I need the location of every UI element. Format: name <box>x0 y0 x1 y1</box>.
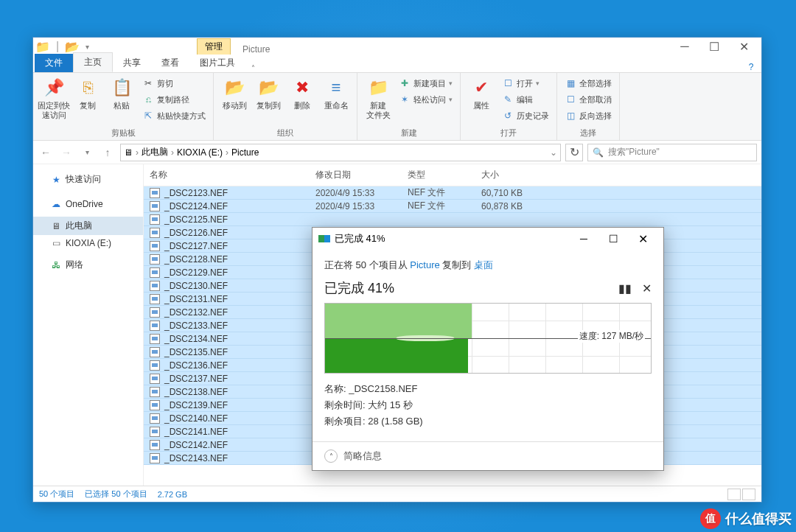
crumb-folder[interactable]: Picture <box>231 147 259 158</box>
cut-button[interactable]: ✂剪切 <box>139 76 209 91</box>
moveto-button[interactable]: 📂移动到 <box>218 76 251 111</box>
chevron-up-icon[interactable]: ˄ <box>324 449 338 463</box>
selectnone-button[interactable]: ☐全部取消 <box>562 92 615 107</box>
address-dropdown-icon[interactable]: ⌄ <box>550 147 557 158</box>
file-icon <box>150 241 160 251</box>
pin-button[interactable]: 📌固定到快 速访问 <box>38 76 70 120</box>
copy-close-button[interactable]: ✕ <box>628 228 657 250</box>
file-icon <box>150 334 160 344</box>
delete-button[interactable]: ✖删除 <box>286 76 318 111</box>
nav-onedrive[interactable]: ☁OneDrive <box>33 196 143 212</box>
maximize-button[interactable]: ☐ <box>699 38 729 55</box>
open-button[interactable]: ☐打开 ▾ <box>499 76 552 91</box>
edit-button[interactable]: ✎编辑 <box>499 92 552 107</box>
address-bar[interactable]: 🖥 › 此电脑 › KIOXIA (E:) › Picture ⌄ <box>120 144 561 161</box>
newitem-button[interactable]: ✚新建项目 ▾ <box>396 76 455 91</box>
pc-icon: 🖥 <box>124 147 133 158</box>
nav-row: ← → ▾ ↑ 🖥 › 此电脑 › KIOXIA (E:) › Picture … <box>33 141 761 164</box>
context-tab-manage[interactable]: 管理 <box>197 38 231 55</box>
tab-share[interactable]: 共享 <box>113 54 151 72</box>
qat-dropdown-icon[interactable]: ▾ <box>80 40 94 53</box>
copy-button[interactable]: ⎘复制 <box>71 76 104 111</box>
file-icon <box>150 267 160 278</box>
file-row[interactable]: _DSC2125.NEF <box>144 213 761 226</box>
pause-button[interactable]: ▮▮ <box>618 281 632 295</box>
group-select-label: 选择 <box>562 126 615 139</box>
status-selected: 已选择 50 个项目 <box>85 489 147 500</box>
ribbon-collapse-icon[interactable]: ˄ <box>245 64 260 72</box>
cloud-icon: ☁ <box>51 199 61 209</box>
col-name[interactable]: 名称 <box>144 164 310 186</box>
help-icon[interactable]: ? <box>741 62 761 72</box>
col-type[interactable]: 类型 <box>402 164 475 186</box>
newfolder-icon: 📁 <box>366 76 390 99</box>
list-header: 名称 修改日期 类型 大小 <box>144 164 761 186</box>
crumb-drive[interactable]: KIOXIA (E:) <box>177 147 223 158</box>
group-open-label: 打开 <box>465 126 552 139</box>
tab-file[interactable]: 文件 <box>35 54 73 72</box>
up-button[interactable]: ↑ <box>100 144 116 161</box>
copyto-button[interactable]: 📂复制到 <box>252 76 284 111</box>
view-icons-button[interactable] <box>742 489 755 500</box>
copy-footer: ˄ 简略信息 <box>313 441 663 470</box>
properties-button[interactable]: ✔属性 <box>465 76 498 111</box>
file-icon <box>150 400 160 410</box>
ribbon: 📌固定到快 速访问 ⎘复制 📋粘贴 ✂剪切 ⎌复制路径 ⇱粘贴快捷方式 剪贴板 … <box>33 73 761 141</box>
nav-drive[interactable]: ▭KIOXIA (E:) <box>33 235 143 251</box>
copy-titlebar: 已完成 41% ─ ☐ ✕ <box>313 228 663 250</box>
crumb-thispc[interactable]: 此电脑 <box>142 146 168 158</box>
file-name: _DSC2131.NEF <box>164 294 228 304</box>
copy-dest-link[interactable]: 桌面 <box>474 259 493 270</box>
copypath-button[interactable]: ⎌复制路径 <box>139 92 209 107</box>
newitem-icon: ✚ <box>399 77 411 89</box>
search-input[interactable]: 🔍 搜索"Picture" <box>587 144 757 161</box>
col-date[interactable]: 修改日期 <box>310 164 402 186</box>
nav-network[interactable]: 🖧网络 <box>33 256 143 274</box>
file-icon <box>150 188 160 198</box>
close-button[interactable]: ✕ <box>729 38 758 55</box>
copy-src-link[interactable]: Picture <box>410 259 439 270</box>
copy-details: 名称: _DSC2158.NEF 剩余时间: 大约 15 秒 剩余项目: 28 … <box>324 381 652 430</box>
recent-dropdown[interactable]: ▾ <box>79 144 95 161</box>
copy-graph: 速度: 127 MB/秒 <box>324 303 652 374</box>
file-icon <box>150 387 160 397</box>
selectall-button[interactable]: ▦全部选择 <box>562 76 615 91</box>
back-button[interactable]: ← <box>38 144 54 161</box>
copy-maximize-button[interactable]: ☐ <box>598 228 628 250</box>
tab-home[interactable]: 主页 <box>73 52 113 72</box>
nav-thispc[interactable]: 🖥此电脑 <box>33 217 143 235</box>
file-name: _DSC2139.NEF <box>164 400 228 410</box>
cancel-button[interactable]: ✕ <box>642 281 652 295</box>
col-size[interactable]: 大小 <box>475 164 549 186</box>
copy-minimize-button[interactable]: ─ <box>569 228 598 250</box>
pin-icon: 📌 <box>42 76 66 99</box>
file-name: _DSC2125.NEF <box>164 214 228 225</box>
forward-button[interactable]: → <box>58 144 74 161</box>
shortcut-button[interactable]: ⇱粘贴快捷方式 <box>139 108 209 123</box>
file-row[interactable]: _DSC2123.NEF2020/4/9 15:33NEF 文件60,710 K… <box>144 186 761 200</box>
refresh-button[interactable]: ↻ <box>565 144 583 161</box>
minimize-button[interactable]: ─ <box>670 38 699 55</box>
rename-button[interactable]: ≡重命名 <box>320 76 352 111</box>
paste-icon: 📋 <box>110 76 133 99</box>
file-row[interactable]: _DSC2124.NEF2020/4/9 15:33NEF 文件60,878 K… <box>144 200 761 213</box>
status-bar: 50 个项目 已选择 50 个项目 2.72 GB <box>33 486 761 502</box>
newfolder-button[interactable]: 📁新建 文件夹 <box>362 76 394 120</box>
tab-view[interactable]: 查看 <box>151 54 189 72</box>
paste-button[interactable]: 📋粘贴 <box>105 76 138 111</box>
history-button[interactable]: ↺历史记录 <box>499 108 552 123</box>
watermark-text: 什么值得买 <box>725 510 792 528</box>
tab-picture-tools[interactable]: 图片工具 <box>189 54 245 72</box>
nav-quick-access[interactable]: ★快速访问 <box>33 170 143 189</box>
file-name: _DSC2128.NEF <box>164 254 228 265</box>
view-details-button[interactable] <box>727 489 741 500</box>
folder-open-icon[interactable]: 📂 <box>66 40 79 53</box>
group-new-label: 新建 <box>362 126 455 139</box>
invert-button[interactable]: ◫反向选择 <box>562 108 615 123</box>
less-info-button[interactable]: 简略信息 <box>343 449 382 463</box>
file-icon <box>150 374 160 384</box>
graph-progress-fill <box>325 338 468 373</box>
shortcut-icon: ⇱ <box>142 110 154 122</box>
easyaccess-button[interactable]: ✶轻松访问 ▾ <box>396 92 455 107</box>
qat-sep-icon: | <box>51 40 64 53</box>
